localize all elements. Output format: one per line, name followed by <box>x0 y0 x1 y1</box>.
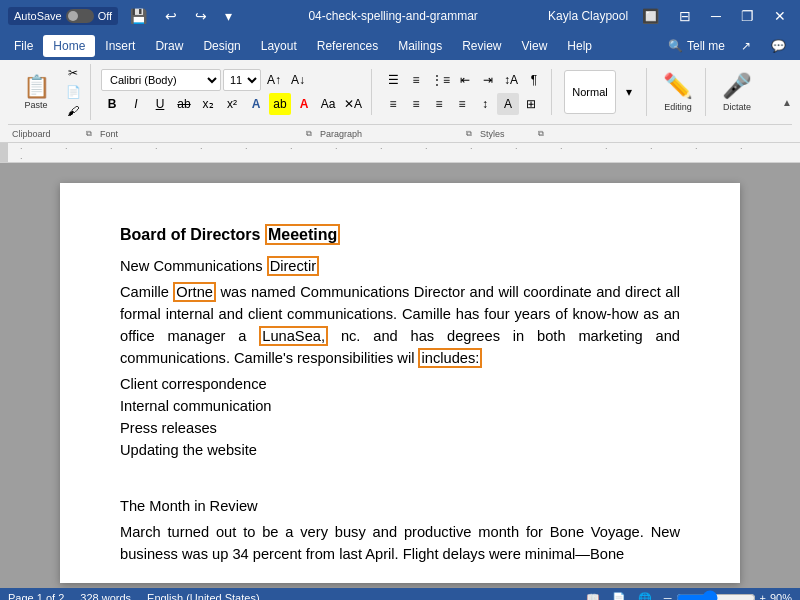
bold-button[interactable]: B <box>101 93 123 115</box>
font-family-select[interactable]: Calibri (Body) <box>101 69 221 91</box>
numbering-button[interactable]: ≡ <box>405 69 427 91</box>
paste-button[interactable]: 📋 Paste <box>14 64 58 120</box>
close-button[interactable]: ✕ <box>768 6 792 26</box>
styles-group-label: Styles <box>480 129 505 139</box>
increase-font-button[interactable]: A↑ <box>263 69 285 91</box>
menu-references[interactable]: References <box>307 35 388 57</box>
title-bar: AutoSave Off 💾 ↩ ↪ ▾ 04-check-spelling-a… <box>0 0 800 32</box>
line-spacing-button[interactable]: ↕ <box>474 93 496 115</box>
ribbon-row: 📋 Paste ✂ 📄 🖌 Calibri (Body) 11 <box>8 64 792 124</box>
subscript-button[interactable]: x₂ <box>197 93 219 115</box>
zoom-slider[interactable]: ─ + 90% <box>664 590 792 600</box>
styles-more-button[interactable]: ▾ <box>618 70 640 114</box>
font-label-cell: Font ⧉ <box>96 125 316 142</box>
paste-icon: 📋 <box>23 74 50 100</box>
heading-text: Board of Directors <box>120 226 260 243</box>
restore-button[interactable]: ❐ <box>735 6 760 26</box>
underline-button[interactable]: U <box>149 93 171 115</box>
cut-button[interactable]: ✂ <box>62 64 84 82</box>
styles-expand-icon[interactable]: ⧉ <box>538 129 544 139</box>
superscript-button[interactable]: x² <box>221 93 243 115</box>
clipboard-expand-icon[interactable]: ⧉ <box>86 129 92 139</box>
styles-label-cell: Styles ⧉ <box>476 125 548 142</box>
heading-misspelled: Meeeting <box>265 224 340 245</box>
minimize-button[interactable]: ─ <box>705 6 727 26</box>
ribbon-content: 📋 Paste ✂ 📄 🖌 Calibri (Body) 11 <box>0 60 800 143</box>
view-layout-button[interactable]: 📄 <box>612 592 626 601</box>
customize-button[interactable]: ▾ <box>219 6 238 26</box>
bullets-button[interactable]: ☰ <box>382 69 404 91</box>
increase-indent-button[interactable]: ⇥ <box>477 69 499 91</box>
user-name: Kayla Claypool <box>548 9 628 23</box>
ribbon: 📋 Paste ✂ 📄 🖌 Calibri (Body) 11 <box>0 60 800 143</box>
redo-button[interactable]: ↪ <box>189 6 213 26</box>
menu-view[interactable]: View <box>512 35 558 57</box>
menu-mailings[interactable]: Mailings <box>388 35 452 57</box>
view-web-button[interactable]: 🌐 <box>638 592 652 601</box>
font-expand-icon[interactable]: ⧉ <box>306 129 312 139</box>
normal-style[interactable]: Normal <box>564 70 616 114</box>
font-size-select[interactable]: 11 <box>223 69 261 91</box>
menu-insert[interactable]: Insert <box>95 35 145 57</box>
comments-button[interactable]: 💬 <box>761 35 796 57</box>
italic-button[interactable]: I <box>125 93 147 115</box>
menu-file[interactable]: File <box>4 35 43 57</box>
clipboard-group: 📋 Paste ✂ 📄 🖌 <box>8 64 91 120</box>
align-left-button[interactable]: ≡ <box>382 93 404 115</box>
menu-draw[interactable]: Draw <box>145 35 193 57</box>
shading-button[interactable]: A <box>497 93 519 115</box>
menu-review[interactable]: Review <box>452 35 511 57</box>
copy-button[interactable]: 📄 <box>62 83 84 101</box>
status-left: Page 1 of 2 328 words English (United St… <box>8 592 260 600</box>
sort-button[interactable]: ↕A <box>500 69 522 91</box>
document-page: Board of Directors Meeeting New Communic… <box>60 183 740 583</box>
change-case-button[interactable]: Aa <box>317 93 339 115</box>
paragraph-group: ☰ ≡ ⋮≡ ⇤ ⇥ ↕A ¶ ≡ ≡ ≡ ≡ ↕ A ⊞ <box>376 69 552 115</box>
dictate-button[interactable]: 🎤 Dictate <box>718 68 756 116</box>
ribbon-display-button[interactable]: ⊟ <box>673 6 697 26</box>
share-menu-button[interactable]: ↗ <box>731 35 761 57</box>
paragraph-expand-icon[interactable]: ⧉ <box>466 129 472 139</box>
menu-layout[interactable]: Layout <box>251 35 307 57</box>
show-formatting-button[interactable]: ¶ <box>523 69 545 91</box>
search-icon: 🔍 <box>668 39 683 53</box>
multilevel-list-button[interactable]: ⋮≡ <box>428 69 453 91</box>
autosave-toggle-switch[interactable] <box>66 9 94 23</box>
view-read-button[interactable]: 📖 <box>586 592 600 601</box>
menu-help[interactable]: Help <box>557 35 602 57</box>
clear-formatting-button[interactable]: ✕A <box>341 93 365 115</box>
tell-me-box[interactable]: 🔍 Tell me <box>662 37 731 55</box>
format-painter-button[interactable]: 🖌 <box>62 102 84 120</box>
font-color-button[interactable]: A <box>293 93 315 115</box>
save-button[interactable]: 💾 <box>124 6 153 26</box>
ruler: · · · · · · · · · · · · · · · · · · <box>0 143 800 163</box>
autosave-state: Off <box>98 10 112 22</box>
menu-design[interactable]: Design <box>193 35 250 57</box>
list-item-3: Updating the website <box>120 439 680 461</box>
justify-button[interactable]: ≡ <box>451 93 473 115</box>
autosave-toggle[interactable]: AutoSave Off <box>8 7 118 25</box>
zoom-out-button[interactable]: ─ <box>664 592 672 600</box>
menu-home[interactable]: Home <box>43 35 95 57</box>
decrease-font-button[interactable]: A↓ <box>287 69 309 91</box>
ortne-highlight: Ortne <box>173 282 216 302</box>
text-effects-button[interactable]: A <box>245 93 267 115</box>
zoom-range[interactable] <box>676 590 756 600</box>
editing-icon: ✏️ <box>663 72 693 100</box>
highlight-button[interactable]: ab <box>269 93 291 115</box>
para1: Camille Ortne was named Communications D… <box>120 281 680 369</box>
decrease-indent-button[interactable]: ⇤ <box>454 69 476 91</box>
document-title: 04-check-spelling-and-grammar <box>238 9 548 23</box>
lunasea-highlight: LunaSea, <box>259 326 328 346</box>
undo-button[interactable]: ↩ <box>159 6 183 26</box>
share-button[interactable]: 🔲 <box>636 6 665 26</box>
align-right-button[interactable]: ≡ <box>428 93 450 115</box>
editing-button[interactable]: ✏️ Editing <box>659 68 697 116</box>
clipboard-label-cell: Clipboard ⧉ <box>8 125 96 142</box>
strikethrough-button[interactable]: ab <box>173 93 195 115</box>
zoom-in-button[interactable]: + <box>760 592 766 600</box>
align-center-button[interactable]: ≡ <box>405 93 427 115</box>
paragraph-group-label: Paragraph <box>320 129 362 139</box>
collapse-ribbon-button[interactable]: ▲ <box>782 96 792 107</box>
borders-button[interactable]: ⊞ <box>520 93 542 115</box>
